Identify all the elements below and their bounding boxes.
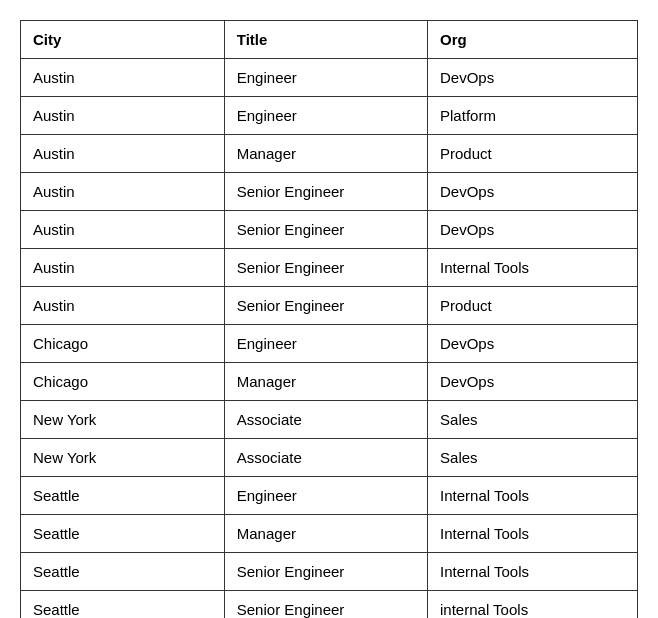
table-row: AustinSenior EngineerDevOps (21, 211, 637, 249)
cell-title: Senior Engineer (224, 553, 427, 591)
cell-title: Engineer (224, 59, 427, 97)
cell-org: Internal Tools (428, 515, 637, 553)
cell-city: Seattle (21, 591, 224, 619)
cell-city: Austin (21, 173, 224, 211)
cell-title: Senior Engineer (224, 249, 427, 287)
cell-org: internal Tools (428, 591, 637, 619)
table-row: New YorkAssociateSales (21, 439, 637, 477)
cell-city: Seattle (21, 477, 224, 515)
cell-city: Austin (21, 249, 224, 287)
table-row: SeattleEngineerInternal Tools (21, 477, 637, 515)
header-title: Title (224, 21, 427, 59)
table-row: SeattleSenior Engineerinternal Tools (21, 591, 637, 619)
cell-title: Manager (224, 363, 427, 401)
table-row: SeattleManagerInternal Tools (21, 515, 637, 553)
table-row: ChicagoEngineerDevOps (21, 325, 637, 363)
cell-title: Senior Engineer (224, 287, 427, 325)
cell-city: Austin (21, 135, 224, 173)
cell-title: Senior Engineer (224, 211, 427, 249)
cell-city: Chicago (21, 363, 224, 401)
cell-org: DevOps (428, 59, 637, 97)
cell-title: Engineer (224, 477, 427, 515)
cell-city: Seattle (21, 515, 224, 553)
cell-city: Austin (21, 59, 224, 97)
cell-city: Austin (21, 97, 224, 135)
cell-title: Senior Engineer (224, 591, 427, 619)
cell-org: Internal Tools (428, 249, 637, 287)
cell-title: Associate (224, 401, 427, 439)
cell-title: Senior Engineer (224, 173, 427, 211)
cell-org: Sales (428, 439, 637, 477)
cell-org: Product (428, 287, 637, 325)
header-org: Org (428, 21, 637, 59)
table-row: AustinSenior EngineerDevOps (21, 173, 637, 211)
table-row: AustinSenior EngineerProduct (21, 287, 637, 325)
cell-org: DevOps (428, 325, 637, 363)
cell-city: Seattle (21, 553, 224, 591)
cell-org: Internal Tools (428, 477, 637, 515)
cell-org: DevOps (428, 363, 637, 401)
cell-org: DevOps (428, 211, 637, 249)
cell-title: Manager (224, 135, 427, 173)
cell-org: DevOps (428, 173, 637, 211)
cell-city: Austin (21, 211, 224, 249)
table-row: AustinSenior EngineerInternal Tools (21, 249, 637, 287)
table-header-row: City Title Org (21, 21, 637, 59)
cell-city: New York (21, 439, 224, 477)
cell-city: Austin (21, 287, 224, 325)
cell-title: Engineer (224, 325, 427, 363)
cell-org: Platform (428, 97, 637, 135)
cell-city: Chicago (21, 325, 224, 363)
cell-title: Associate (224, 439, 427, 477)
cell-title: Manager (224, 515, 427, 553)
table-row: SeattleSenior EngineerInternal Tools (21, 553, 637, 591)
table-row: ChicagoManagerDevOps (21, 363, 637, 401)
table-row: New YorkAssociateSales (21, 401, 637, 439)
data-table: City Title Org AustinEngineerDevOpsAusti… (20, 20, 638, 618)
cell-org: Product (428, 135, 637, 173)
cell-city: New York (21, 401, 224, 439)
table-row: AustinManagerProduct (21, 135, 637, 173)
table-row: AustinEngineerPlatform (21, 97, 637, 135)
cell-title: Engineer (224, 97, 427, 135)
table-row: AustinEngineerDevOps (21, 59, 637, 97)
cell-org: Internal Tools (428, 553, 637, 591)
header-city: City (21, 21, 224, 59)
cell-org: Sales (428, 401, 637, 439)
